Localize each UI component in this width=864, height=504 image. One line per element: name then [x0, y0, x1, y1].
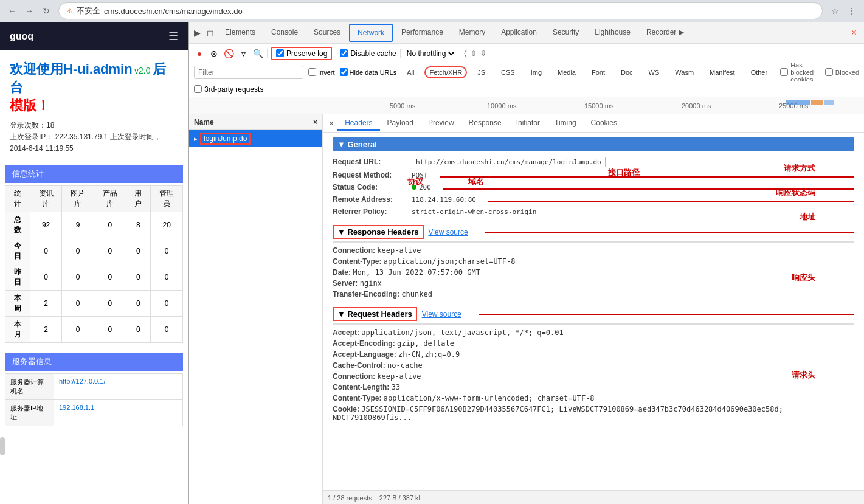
status-dot — [412, 185, 416, 190]
detail-tab-close-x[interactable]: × — [325, 119, 337, 128]
request-headers-title[interactable]: ▼ Request Headers — [333, 307, 417, 321]
stats-cell: 9 — [62, 212, 94, 238]
devtools-icon-pointer[interactable]: ▶ — [192, 26, 203, 40]
tab-network[interactable]: Network — [349, 24, 393, 42]
detail-tab-cookies[interactable]: Cookies — [584, 116, 624, 131]
tick-10000: 10000 ms — [487, 102, 516, 109]
hide-data-urls-checkbox[interactable]: Hide data URLs — [340, 68, 397, 76]
stats-cell: 0 — [94, 212, 126, 238]
method-arrow-line — [440, 176, 855, 178]
stats-header-1: 资讯库 — [30, 185, 62, 212]
detail-tab-headers[interactable]: Headers — [337, 116, 379, 131]
stats-cell: 0 — [30, 238, 62, 264]
response-view-source[interactable]: View source — [429, 228, 468, 236]
request-count: 1 / 28 requests — [328, 494, 372, 502]
stats-cell: 2 — [30, 316, 62, 342]
stats-cell: 0 — [151, 264, 183, 290]
tab-recorder[interactable]: Recorder ▶ — [639, 24, 691, 41]
tab-lighthouse[interactable]: Lighthouse — [587, 24, 638, 41]
detail-tab-payload[interactable]: Payload — [380, 116, 421, 131]
filter-button[interactable]: ▿ — [238, 48, 249, 59]
tab-performance[interactable]: Performance — [394, 24, 451, 41]
request-header-row: Cookie: JSESSIONID=C5FF9F06A190B279D4403… — [333, 404, 854, 423]
general-title: General — [347, 140, 376, 149]
response-headers-title[interactable]: ▼ Response Headers — [333, 225, 424, 239]
devtools-icon-inspect[interactable]: ◻ — [204, 26, 216, 40]
menu-button[interactable]: ⋮ — [845, 4, 859, 18]
filter-wasm-btn[interactable]: Wasm — [669, 67, 699, 78]
server-title: 服务器信息 — [5, 353, 183, 371]
detail-tab-preview[interactable]: Preview — [421, 116, 461, 131]
blocked-checkbox[interactable]: Blocked — [825, 68, 859, 76]
tab-memory[interactable]: Memory — [452, 24, 492, 41]
annotation-address: 地址 — [800, 212, 815, 223]
response-header-row: Connection: keep-alive — [333, 245, 854, 256]
bookmark-button[interactable]: ☆ — [828, 4, 842, 18]
filter-all-btn[interactable]: All — [401, 67, 420, 78]
referrer-policy-row: Referrer Policy: strict-origin-when-cros… — [333, 205, 854, 218]
stats-cell: 92 — [30, 212, 62, 238]
reload-button[interactable]: ↻ — [39, 4, 54, 18]
transfer-size: 227 B / 387 kl — [379, 494, 420, 502]
detail-content: ▼ General Request URL: http://cms.duoces… — [323, 133, 864, 490]
clear-button[interactable]: 🚫 — [223, 48, 234, 59]
filter-js-btn[interactable]: JS — [472, 67, 491, 78]
stats-cell: 0 — [62, 316, 94, 342]
request-item-name: loginJump.do — [200, 133, 251, 145]
annotation-request-method: 请求方式 — [784, 163, 815, 174]
tab-console[interactable]: Console — [264, 24, 305, 41]
stats-cell: 0 — [126, 238, 151, 264]
tab-application[interactable]: Application — [494, 24, 544, 41]
stats-cell: 0 — [151, 316, 183, 342]
forward-button[interactable]: → — [22, 4, 36, 18]
filter-bar: Invert Hide data URLs All Fetch/XHR JS C… — [189, 63, 864, 81]
third-party-checkbox[interactable] — [194, 85, 202, 93]
server-row-hostname: 服务器计算机名 http://127.0.0.1/ — [5, 374, 182, 400]
filter-font-btn[interactable]: Font — [586, 67, 610, 78]
disable-cache-checkbox[interactable]: Disable cache — [340, 49, 396, 58]
annotation-response-status: 响应状态码 — [776, 187, 815, 198]
filter-manifest-btn[interactable]: Manifest — [704, 67, 741, 78]
address-bar[interactable]: ⚠ 不安全 cms.duoceshi.cn/cms/manage/index.d… — [58, 2, 823, 19]
detail-tab-initiator[interactable]: Initiator — [509, 116, 547, 131]
request-list-close[interactable]: × — [313, 118, 317, 126]
stats-table-row: 总数9290820 — [5, 212, 183, 238]
request-item-loginjump[interactable]: ▸ loginJump.do — [189, 130, 322, 147]
status-code-label: Status Code: — [333, 183, 412, 192]
filter-input[interactable] — [194, 66, 303, 79]
stats-row-label: 本月 — [5, 316, 30, 342]
has-blocked-checkbox[interactable]: Has blocked cookies — [780, 63, 818, 81]
filter-fetch-xhr-btn[interactable]: Fetch/XHR — [424, 66, 467, 78]
welcome-title: 欢迎使用H-ui.admin v2.0 后台 — [10, 60, 178, 97]
toolbar-separator-4 — [460, 49, 460, 58]
record-button[interactable]: ● — [194, 48, 205, 59]
general-section-header[interactable]: ▼ General — [333, 137, 854, 151]
tab-elements[interactable]: Elements — [218, 24, 263, 41]
filter-doc-btn[interactable]: Doc — [615, 67, 638, 78]
detail-tab-timing[interactable]: Timing — [547, 116, 584, 131]
server-info: 服务器计算机名 http://127.0.0.1/ 服务器IP地址 192.16… — [5, 373, 183, 426]
request-view-source[interactable]: View source — [422, 310, 461, 319]
stats-cell: 0 — [94, 290, 126, 316]
throttle-select[interactable]: No throttling Fast 3G Slow 3G Offline — [404, 49, 456, 58]
preserve-log-checkbox[interactable]: Preserve log — [271, 47, 332, 60]
back-button[interactable]: ← — [5, 4, 19, 18]
filter-media-btn[interactable]: Media — [552, 67, 581, 78]
invert-checkbox[interactable]: Invert — [308, 68, 335, 76]
tab-sources[interactable]: Sources — [306, 24, 348, 41]
request-url-row: Request URL: http://cms.duoceshi.cn/cms/… — [333, 155, 854, 169]
tick-15000: 15000 ms — [584, 102, 613, 109]
stats-table-row: 本周20000 — [5, 290, 183, 316]
filter-css-btn[interactable]: CSS — [496, 67, 520, 78]
hamburger-icon[interactable]: ☰ — [168, 30, 178, 43]
detail-tab-response[interactable]: Response — [461, 116, 509, 131]
tab-security[interactable]: Security — [545, 24, 586, 41]
filter-img-btn[interactable]: Img — [525, 67, 547, 78]
search-button[interactable]: 🔍 — [252, 48, 263, 59]
filter-ws-btn[interactable]: WS — [643, 67, 665, 78]
response-headers-section: ▼ Response Headers View source Connectio… — [333, 223, 854, 300]
devtools-close-button[interactable]: × — [846, 25, 862, 41]
filter-other-btn[interactable]: Other — [745, 67, 773, 78]
request-header-row: Accept-Encoding: gzip, deflate — [333, 338, 854, 349]
stop-button[interactable]: ⊗ — [209, 48, 219, 59]
